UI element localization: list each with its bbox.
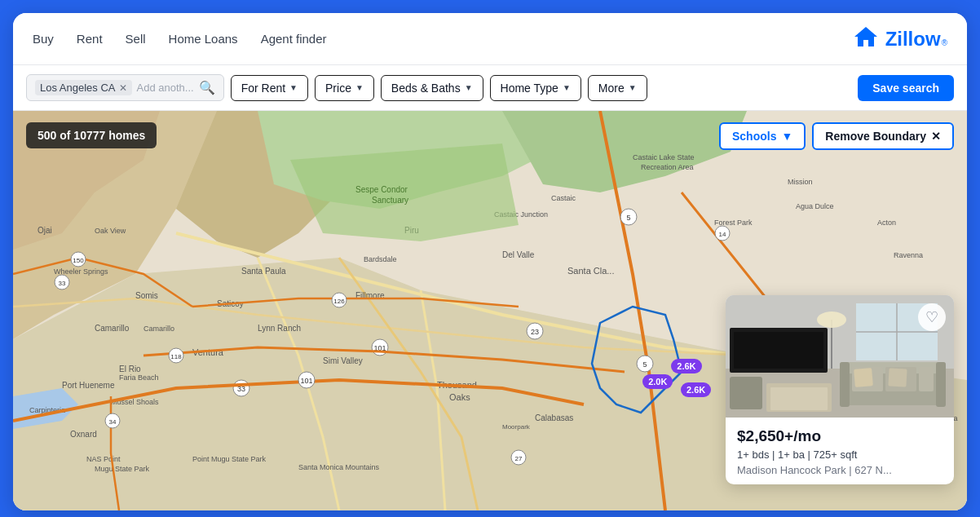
logo: Zillow ® — [853, 25, 947, 53]
home-type-filter[interactable]: Home Type ▼ — [490, 75, 581, 101]
svg-point-91 — [817, 312, 846, 328]
nav-buy[interactable]: Buy — [33, 32, 54, 46]
svg-rect-88 — [854, 368, 873, 387]
svg-text:Lynn Ranch: Lynn Ranch — [258, 324, 301, 333]
more-filter[interactable]: More ▼ — [588, 75, 647, 101]
homes-count-badge: 500 of 10777 homes — [26, 122, 157, 148]
save-search-button[interactable]: Save search — [858, 75, 954, 101]
svg-text:Somis: Somis — [135, 291, 158, 300]
map-pin-2[interactable]: 2.6K — [671, 359, 701, 373]
svg-text:Forest Park: Forest Park — [714, 219, 753, 227]
more-chevron: ▼ — [629, 83, 637, 92]
svg-text:150: 150 — [73, 257, 84, 264]
svg-text:Moorpark: Moorpark — [502, 423, 531, 431]
svg-text:27: 27 — [515, 455, 523, 462]
filter-bar: Los Angeles CA ✕ Add anoth... 🔍 For Rent… — [13, 65, 967, 111]
price-filter[interactable]: Price ▼ — [315, 75, 374, 101]
remove-boundary-button[interactable]: Remove Boundary ✕ — [812, 122, 954, 150]
beds-baths-chevron: ▼ — [465, 83, 473, 92]
remove-boundary-label: Remove Boundary — [825, 130, 926, 143]
svg-text:Sespe Condor: Sespe Condor — [355, 185, 408, 194]
location-tag-text: Los Angeles CA — [40, 82, 116, 94]
beds-baths-filter[interactable]: Beds & Baths ▼ — [381, 75, 483, 101]
property-baths: 1+ ba — [778, 449, 805, 461]
remove-location-button[interactable]: ✕ — [119, 82, 127, 94]
nav-agent-finder[interactable]: Agent finder — [261, 32, 327, 46]
property-address: Madison Hancock Park | 627 N... — [737, 464, 942, 476]
property-neighborhood: Madison Hancock Park — [737, 464, 846, 476]
svg-text:El Rio: El Rio — [119, 365, 141, 373]
svg-rect-81 — [936, 362, 946, 407]
svg-text:Oak View: Oak View — [95, 227, 126, 235]
svg-text:Ravenna: Ravenna — [894, 251, 923, 259]
svg-text:Santa Cla...: Santa Cla... — [567, 266, 614, 276]
map-area: 33 101 23 Ventura Camarillo Simi Valley … — [13, 111, 967, 510]
schools-chevron-icon: ▼ — [781, 130, 792, 143]
schools-button[interactable]: Schools ▼ — [719, 122, 806, 150]
property-price: $2,650+/mo — [737, 427, 942, 445]
map-controls: Schools ▼ Remove Boundary ✕ — [719, 122, 954, 150]
for-rent-filter[interactable]: For Rent ▼ — [231, 75, 308, 101]
for-rent-chevron: ▼ — [289, 83, 298, 92]
svg-text:101: 101 — [300, 377, 312, 385]
zillow-logo-icon — [853, 25, 879, 53]
svg-text:Oaks: Oaks — [449, 392, 470, 402]
search-icon[interactable]: 🔍 — [199, 80, 215, 95]
nav-sell[interactable]: Sell — [126, 32, 146, 46]
svg-text:5: 5 — [642, 360, 647, 369]
homes-count-text: 500 of 10777 homes — [38, 129, 145, 142]
svg-text:Simi Valley: Simi Valley — [323, 356, 363, 365]
svg-text:Acton: Acton — [877, 219, 896, 227]
price-chevron: ▼ — [355, 83, 364, 92]
map-pin-3[interactable]: 2.6K — [681, 382, 711, 397]
svg-text:118: 118 — [170, 353, 182, 360]
schools-label: Schools — [732, 130, 776, 143]
svg-text:Bardsdale: Bardsdale — [364, 255, 397, 263]
nav-home-loans[interactable]: Home Loans — [169, 32, 238, 46]
svg-text:34: 34 — [109, 418, 117, 426]
svg-rect-89 — [888, 368, 907, 387]
svg-text:Wheeler Springs: Wheeler Springs — [54, 267, 108, 276]
svg-rect-84 — [919, 367, 934, 391]
header: Buy Rent Sell Home Loans Agent finder Zi… — [13, 13, 967, 65]
map-pin-1[interactable]: 2.0K — [642, 374, 673, 389]
svg-text:Sanctuary: Sanctuary — [372, 196, 408, 205]
svg-rect-80 — [840, 362, 850, 407]
logo-text: Zillow — [885, 28, 941, 51]
svg-rect-86 — [770, 387, 828, 410]
property-sqft: 725+ sqft — [814, 449, 858, 461]
svg-text:Santa Paula: Santa Paula — [241, 267, 286, 276]
svg-text:Port Hueneme: Port Hueneme — [62, 381, 115, 390]
svg-text:14: 14 — [719, 231, 726, 238]
for-rent-label: For Rent — [241, 82, 285, 95]
svg-text:Calabasas: Calabasas — [535, 413, 573, 422]
property-beds: 1+ bds — [737, 449, 769, 461]
property-details: 1+ bds | 1+ ba | 725+ sqft — [737, 449, 942, 461]
beds-baths-label: Beds & Baths — [391, 82, 461, 95]
location-search[interactable]: Los Angeles CA ✕ Add anoth... 🔍 — [26, 74, 224, 101]
svg-text:NAS Point: NAS Point — [86, 455, 121, 463]
svg-text:Mission: Mission — [788, 178, 813, 186]
svg-text:Ojai: Ojai — [38, 226, 52, 235]
svg-text:Recreation Area: Recreation Area — [641, 163, 694, 171]
home-type-chevron: ▼ — [563, 83, 571, 92]
property-image: ♡ — [726, 295, 954, 418]
svg-text:Del Valle: Del Valle — [502, 250, 535, 259]
price-label: Price — [325, 82, 351, 95]
favorite-button[interactable]: ♡ — [918, 303, 946, 331]
logo-sup: ® — [942, 38, 947, 47]
svg-text:5: 5 — [626, 214, 630, 222]
svg-text:23: 23 — [531, 328, 539, 336]
svg-text:33: 33 — [59, 280, 66, 287]
svg-text:Camarillo: Camarillo — [95, 324, 130, 333]
svg-text:Faria Beach: Faria Beach — [119, 373, 159, 382]
nav-rent[interactable]: Rent — [77, 32, 103, 46]
property-card: ♡ $2,650+/mo 1+ bds | 1+ ba | 725+ sqft … — [726, 295, 954, 484]
svg-text:Castaic Lake State: Castaic Lake State — [633, 153, 695, 161]
app-container: Buy Rent Sell Home Loans Agent finder Zi… — [13, 13, 967, 510]
add-another-placeholder: Add anoth... — [137, 82, 194, 94]
svg-text:Camarillo: Camarillo — [143, 325, 174, 333]
property-street: 627 N... — [854, 464, 892, 476]
svg-text:Point Mugu State Park: Point Mugu State Park — [192, 455, 267, 463]
svg-text:Santa Monica Mountains: Santa Monica Mountains — [298, 463, 380, 471]
